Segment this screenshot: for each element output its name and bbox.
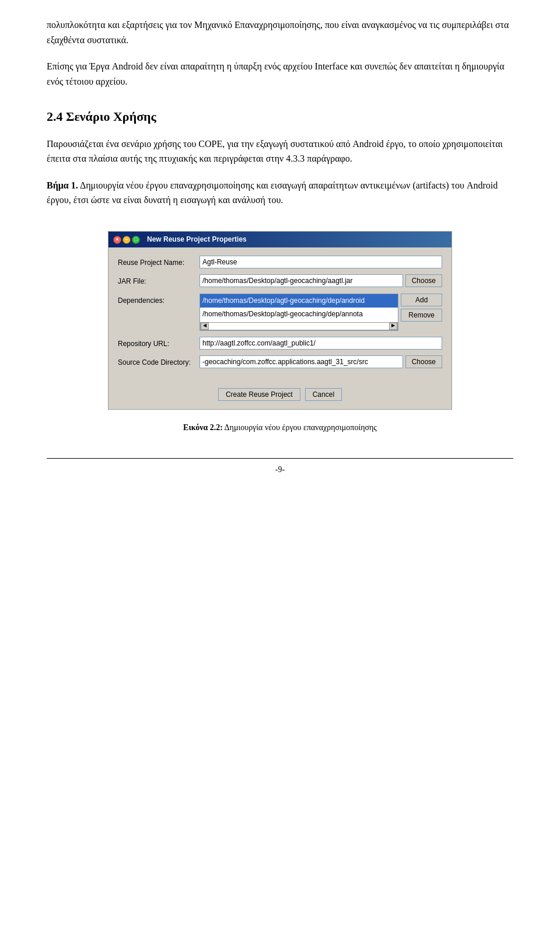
jar-file-input[interactable] [200, 274, 403, 287]
new-reuse-project-dialog: × − □ New Reuse Project Properties Reuse… [108, 231, 452, 410]
choose-jar-button[interactable]: Choose [405, 274, 442, 287]
jar-file-field: Choose [200, 274, 442, 287]
dependencies-field: /home/thomas/Desktop/agtl-geocaching/dep… [200, 294, 442, 331]
deps-hscrollbar[interactable]: ◀ ▶ [200, 322, 398, 330]
jar-file-row: JAR File: Choose [118, 274, 442, 287]
caption-text: Δημιουργία νέου έργου επαναχρησιμοποίηση… [225, 423, 377, 432]
section-heading: 2.4 Σενάριο Χρήσης [47, 106, 513, 127]
para3-text: Παρουσιάζεται ένα σενάριο χρήσης του COP… [47, 139, 503, 164]
deps-list: /home/thomas/Desktop/agtl-geocaching/dep… [200, 294, 398, 331]
dialog-title: New Reuse Project Properties [147, 234, 247, 245]
project-name-label: Reuse Project Name: [118, 256, 200, 268]
dialog-footer: Create Reuse Project Cancel [108, 382, 452, 409]
figure-caption: Εικόνα 2.2: Δημιουργία νέου έργου επαναχ… [47, 421, 513, 434]
para2-text: Επίσης για Έργα Android δεν είναι απαραί… [47, 61, 505, 86]
paragraph-2: Επίσης για Έργα Android δεν είναι απαραί… [47, 59, 513, 89]
maximize-button[interactable]: □ [132, 236, 140, 244]
repo-url-label: Repository URL: [118, 337, 200, 350]
cancel-button[interactable]: Cancel [305, 388, 342, 401]
hscroll-right[interactable]: ▶ [389, 323, 397, 330]
dialog-body: Reuse Project Name: JAR File: Choose Dep… [108, 247, 452, 382]
repo-url-field [200, 337, 442, 350]
add-dep-button[interactable]: Add [401, 294, 442, 306]
source-dir-input[interactable] [200, 355, 403, 368]
titlebar-buttons: × − □ [113, 236, 140, 244]
project-name-row: Reuse Project Name: [118, 256, 442, 268]
dep-item-2[interactable]: /home/thomas/Desktop/agtl-geocaching/dep… [200, 308, 398, 321]
minimize-button[interactable]: − [123, 236, 131, 244]
dep-buttons: Add Remove [401, 294, 442, 331]
hscroll-left[interactable]: ◀ [201, 323, 209, 330]
source-dir-field: Choose [200, 355, 442, 368]
hscroll-track [209, 323, 389, 330]
close-button[interactable]: × [113, 236, 121, 244]
create-project-button[interactable]: Create Reuse Project [218, 388, 300, 401]
dependencies-row: Dependencies: /home/thomas/Desktop/agtl-… [118, 294, 442, 331]
repo-url-input[interactable] [200, 337, 442, 350]
caption-label: Εικόνα 2.2: [183, 423, 223, 432]
dialog-figure: × − □ New Reuse Project Properties Reuse… [47, 231, 513, 410]
step-label: Βήμα 1. [47, 180, 78, 190]
paragraph-3: Παρουσιάζεται ένα σενάριο χρήσης του COP… [47, 137, 513, 166]
source-dir-label: Source Code Directory: [118, 355, 200, 368]
dialog-titlebar: × − □ New Reuse Project Properties [108, 232, 452, 247]
source-dir-row: Source Code Directory: Choose [118, 355, 442, 368]
choose-src-button[interactable]: Choose [405, 355, 442, 368]
project-name-field [200, 256, 442, 268]
project-name-input[interactable] [200, 256, 442, 268]
dep-item-1[interactable]: /home/thomas/Desktop/agtl-geocaching/dep… [200, 294, 398, 308]
step-text: Δημιουργία νέου έργου επαναχρησιμοποίηση… [47, 180, 498, 205]
dependencies-label: Dependencies: [118, 294, 200, 306]
jar-file-label: JAR File: [118, 274, 200, 287]
step-1-block: Βήμα 1. Δημιουργία νέου έργου επαναχρησι… [47, 178, 513, 208]
para1-text: πολυπλοκότητα και εξαρτήσεις για τον Μηχ… [47, 20, 509, 45]
page-number: -9- [47, 458, 513, 476]
repo-url-row: Repository URL: [118, 337, 442, 350]
deps-area: /home/thomas/Desktop/agtl-geocaching/dep… [200, 294, 442, 331]
remove-dep-button[interactable]: Remove [401, 309, 442, 322]
paragraph-1: πολυπλοκότητα και εξαρτήσεις για τον Μηχ… [47, 18, 513, 47]
